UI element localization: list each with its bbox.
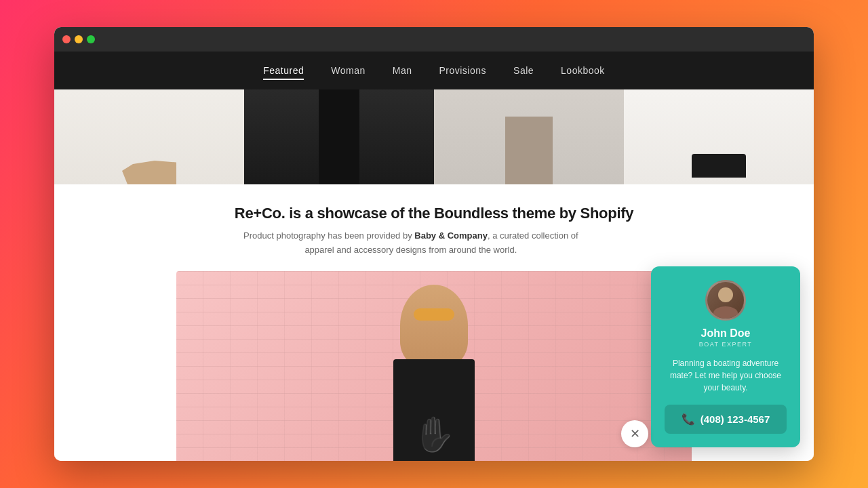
- tagline-desc-brand: Baby & Company: [414, 230, 488, 241]
- hero-image-3: [434, 89, 624, 184]
- chat-phone-number: (408) 123-4567: [701, 413, 770, 425]
- browser-dots: [62, 35, 95, 43]
- sunglasses: [414, 308, 454, 321]
- dot-red[interactable]: [62, 35, 71, 43]
- main-content: Re+Co. is a showcase of the Boundless th…: [54, 184, 814, 461]
- avatar: [705, 280, 746, 321]
- hero-image-2: [244, 89, 434, 184]
- browser-window: Featured Woman Man Provisions Sale Lookb…: [54, 27, 814, 461]
- nav-item-provisions[interactable]: Provisions: [439, 64, 486, 77]
- browser-chrome: [54, 27, 814, 52]
- nav-links: Featured Woman Man Provisions Sale Lookb…: [263, 64, 605, 77]
- nav-bar: Featured Woman Man Provisions Sale Lookb…: [54, 52, 814, 89]
- dot-green[interactable]: [87, 35, 95, 43]
- tagline-desc-prefix: Product photography has been provided by: [243, 230, 414, 241]
- nav-link-sale[interactable]: Sale: [513, 65, 534, 79]
- nav-item-woman[interactable]: Woman: [331, 64, 365, 77]
- nav-link-woman[interactable]: Woman: [331, 65, 365, 79]
- nav-item-man[interactable]: Man: [393, 64, 412, 77]
- hero-strip: [54, 89, 814, 184]
- nav-item-featured[interactable]: Featured: [263, 64, 304, 77]
- chat-message: Planning a boating adventure mate? Let m…: [665, 357, 787, 394]
- nav-link-lookbook[interactable]: Lookbook: [561, 65, 605, 79]
- chat-widget[interactable]: John Doe BOAT EXPERT Planning a boating …: [651, 266, 800, 447]
- site-content: Featured Woman Man Provisions Sale Lookb…: [54, 52, 814, 461]
- close-button[interactable]: ✕: [621, 420, 648, 447]
- chat-role: BOAT EXPERT: [665, 341, 787, 348]
- shirt: [393, 359, 475, 461]
- tagline-section: Re+Co. is a showcase of the Boundless th…: [235, 205, 633, 258]
- dot-yellow[interactable]: [75, 35, 83, 43]
- nav-link-man[interactable]: Man: [393, 65, 412, 79]
- chat-name: John Doe: [665, 327, 787, 340]
- nav-item-sale[interactable]: Sale: [513, 64, 534, 77]
- tagline-desc: Product photography has been provided by…: [235, 229, 587, 258]
- tagline-title: Re+Co. is a showcase of the Boundless th…: [235, 205, 633, 222]
- phone-icon: 📞: [682, 413, 695, 426]
- hero-image-1: [54, 89, 244, 184]
- nav-link-provisions[interactable]: Provisions: [439, 65, 486, 79]
- large-hero-image: [176, 271, 692, 461]
- woman-figure: [346, 271, 522, 461]
- nav-link-featured[interactable]: Featured: [263, 65, 304, 80]
- chat-phone-button[interactable]: 📞 (408) 123-4567: [665, 405, 787, 434]
- hero-image-4: [624, 89, 814, 184]
- nav-item-lookbook[interactable]: Lookbook: [561, 64, 605, 77]
- close-icon: ✕: [630, 426, 640, 441]
